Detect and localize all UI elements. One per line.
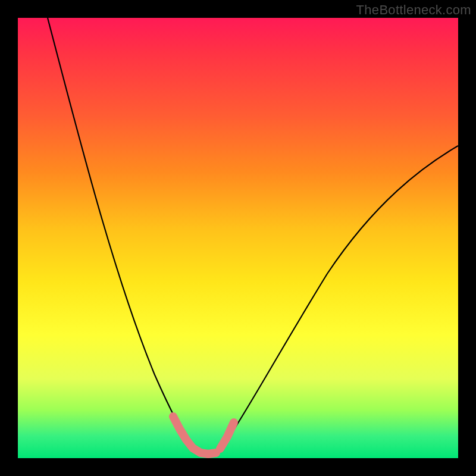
- curve-layer: [18, 18, 458, 458]
- highlight-right-segment: [220, 422, 234, 449]
- plot-area: [18, 18, 458, 458]
- curve-left-branch: [48, 18, 193, 448]
- curve-right-branch: [222, 146, 458, 448]
- highlight-left-segment: [173, 416, 216, 454]
- chart-frame: TheBottleneck.com: [0, 0, 476, 476]
- watermark-text: TheBottleneck.com: [356, 2, 471, 18]
